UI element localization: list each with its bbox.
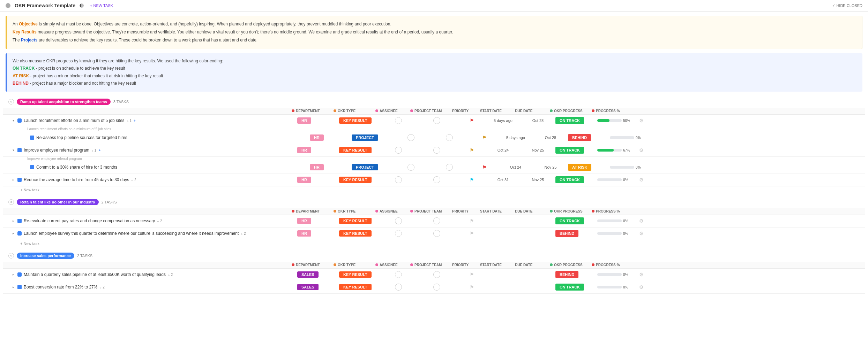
app-container: OKR Framework Template ℹ + NEW TASK ✓ HI…	[0, 0, 868, 347]
new-task-button[interactable]: + NEW TASK	[88, 3, 115, 8]
team-avatar[interactable]	[433, 147, 440, 154]
due-date-cell: Nov 25	[521, 178, 555, 182]
at-risk-desc: AT RISK - project has a minor blocker th…	[13, 72, 857, 80]
type-cell: KEY RESULT	[339, 231, 381, 236]
assignee-avatar[interactable]	[395, 147, 402, 154]
assignee-avatar[interactable]	[395, 117, 402, 124]
priority-flag: ⚑	[470, 218, 474, 224]
page-title: OKR Framework Template	[15, 3, 75, 8]
team-avatar[interactable]	[433, 271, 440, 278]
okr-progress-badge: ON TRACK	[555, 176, 584, 183]
priority-cell: ⚑	[458, 177, 486, 183]
task-checkbox[interactable]	[17, 272, 22, 277]
col-start-date: START DATE	[480, 109, 515, 113]
dept-badge: HR	[297, 147, 311, 153]
task-checkbox[interactable]	[17, 285, 22, 289]
add-subtask[interactable]: +	[98, 148, 100, 152]
expand-icon[interactable]: ▾	[11, 118, 15, 123]
task-name: Reduce the average time to hire from 45 …	[24, 177, 129, 182]
subtask-count: ⬦ 2	[99, 285, 104, 289]
okr-progress-cell: ON TRACK	[555, 148, 597, 153]
group-header-1: ○ Ramp up talent acquisition to strength…	[3, 96, 865, 108]
team-cell	[416, 217, 458, 224]
assignee-avatar[interactable]	[395, 217, 402, 224]
settings-icon[interactable]: ⚙	[639, 177, 644, 183]
expand-icon[interactable]: ▸	[11, 272, 15, 277]
settings-icon[interactable]: ⚙	[639, 231, 644, 236]
new-task-link-1[interactable]: + New task	[3, 186, 865, 193]
add-subtask[interactable]: +	[134, 119, 136, 123]
task-checkbox[interactable]	[30, 136, 34, 140]
settings-icon[interactable]: ⚙	[639, 272, 644, 277]
settings-cell: ⚙	[639, 177, 653, 183]
new-task-link-2[interactable]: + New task	[3, 240, 865, 247]
on-track-label: ON TRACK	[13, 66, 35, 71]
group-toggle-1[interactable]: ○	[8, 99, 14, 105]
task-checkbox[interactable]	[17, 219, 22, 223]
expand-icon[interactable]: ▸	[11, 219, 15, 223]
progress-pct: 0%	[623, 232, 628, 236]
expand-icon[interactable]: ▸	[11, 231, 15, 236]
assignee-avatar[interactable]	[395, 271, 402, 278]
assignee-avatar[interactable]	[395, 176, 402, 183]
col-priority: PRIORITY	[452, 109, 480, 113]
settings-cell: ⚙	[639, 218, 653, 224]
progress-bar-outer	[597, 273, 622, 276]
team-avatar[interactable]	[433, 176, 440, 183]
type-cell: PROJECT	[352, 135, 394, 140]
team-avatar[interactable]	[433, 230, 440, 237]
team-avatar[interactable]	[433, 117, 440, 124]
task-name-cell: ▾ Launch recruitment efforts on a minimu…	[11, 118, 297, 123]
team-avatar[interactable]	[433, 284, 440, 291]
okr-progress-badge: ON TRACK	[555, 117, 584, 124]
team-avatar[interactable]	[446, 134, 453, 141]
assignee-avatar[interactable]	[395, 230, 402, 237]
due-date-cell: Oct 28	[521, 118, 555, 123]
assignee-avatar[interactable]	[395, 284, 402, 291]
okr-progress-badge: ON TRACK	[555, 217, 584, 224]
subtask-label-text-2: Improve employee referral program	[27, 157, 82, 161]
settings-icon[interactable]: ⚙	[639, 118, 644, 123]
progress-pct: 0%	[636, 165, 641, 169]
table-row: ▸ Maintain a quarterly sales pipeline of…	[3, 269, 865, 281]
progress-cell: 0%	[597, 232, 639, 236]
progress-bar-outer	[597, 149, 622, 152]
assignee-cell	[381, 284, 416, 291]
team-avatar[interactable]	[433, 217, 440, 224]
expand-icon[interactable]: ▸	[11, 285, 15, 289]
dept-badge: HR	[297, 117, 311, 124]
settings-cell: ⚙	[639, 231, 653, 236]
task-checkbox[interactable]	[17, 231, 22, 236]
progress-cell: 0%	[597, 285, 639, 289]
settings-icon[interactable]: ⚙	[639, 218, 644, 224]
settings-icon[interactable]: ⚙	[639, 284, 644, 290]
due-date-cell: Nov 25	[533, 165, 568, 169]
task-checkbox[interactable]	[17, 148, 22, 152]
task-checkbox[interactable]	[17, 118, 22, 123]
priority-cell: ⚑	[470, 164, 498, 170]
progress-cell: 0%	[610, 136, 652, 140]
group-section-1: ○ Ramp up talent acquisition to strength…	[3, 96, 865, 193]
task-checkbox[interactable]	[30, 165, 34, 169]
expand-icon[interactable]: ▸	[11, 178, 15, 182]
task-checkbox[interactable]	[17, 178, 22, 182]
col-okr-type-2: OKR TYPE	[334, 209, 375, 213]
assignee-cell	[394, 164, 428, 171]
assignee-avatar[interactable]	[407, 134, 414, 141]
settings-icon[interactable]: ⚙	[639, 147, 644, 153]
okr-progress-cell: ON TRACK	[555, 218, 597, 223]
okr-progress-badge: BEHIND	[555, 271, 578, 278]
expand-icon[interactable]: ▾	[11, 148, 15, 152]
group-toggle-3[interactable]: ○	[8, 253, 14, 259]
priority-cell: ⚑	[458, 231, 486, 236]
assignee-cell	[381, 230, 416, 237]
hide-closed-button[interactable]: ✓ HIDE CLOSED	[832, 3, 862, 8]
dept-dot	[292, 109, 294, 112]
team-avatar[interactable]	[446, 164, 453, 171]
progress-bar-outer	[597, 232, 622, 235]
col-okr-progress-2: OKR PROGRESS	[550, 209, 592, 213]
assignee-avatar[interactable]	[407, 164, 414, 171]
group-toggle-2[interactable]: ○	[8, 199, 14, 205]
dept-cell: HR	[297, 118, 339, 123]
task-name: Launch employee survey this quarter to d…	[24, 231, 239, 236]
